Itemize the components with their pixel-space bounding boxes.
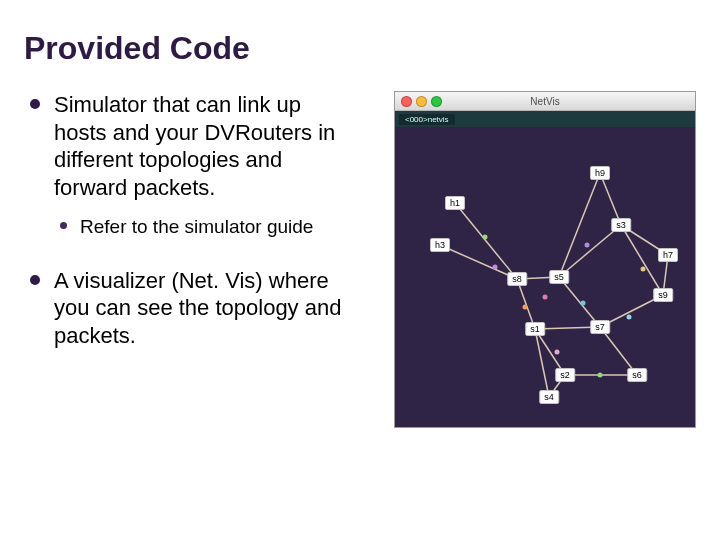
bullet-text-2: A visualizer (Net. Vis) where you can se…: [54, 268, 341, 348]
packet-dot: [555, 350, 560, 355]
image-column: NetVis <000>netvis: [364, 91, 696, 377]
node-s8[interactable]: s8: [507, 272, 527, 286]
node-s1[interactable]: s1: [525, 322, 545, 336]
slide-body: Simulator that can link up hosts and you…: [24, 91, 696, 377]
node-s7[interactable]: s7: [590, 320, 610, 334]
packet-dot: [483, 235, 488, 240]
packet-dot: [493, 265, 498, 270]
packet-dot: [581, 301, 586, 306]
sub-bullet-list: Refer to the simulator guide: [54, 215, 344, 239]
window-minimize-icon[interactable]: [416, 96, 427, 107]
netvis-window: NetVis <000>netvis: [394, 91, 696, 428]
node-s3[interactable]: s3: [611, 218, 631, 232]
text-column: Simulator that can link up hosts and you…: [24, 91, 344, 377]
slide-title: Provided Code: [24, 30, 696, 67]
node-s5[interactable]: s5: [549, 270, 569, 284]
node-h7[interactable]: h7: [658, 248, 678, 262]
window-tabbar: <000>netvis: [395, 111, 695, 127]
window-close-icon[interactable]: [401, 96, 412, 107]
svg-line-10: [621, 225, 663, 295]
sub-bullet-text-1: Refer to the simulator guide: [80, 216, 313, 237]
bullet-item-2: A visualizer (Net. Vis) where you can se…: [24, 267, 344, 350]
node-s6[interactable]: s6: [627, 368, 647, 382]
packet-dot: [627, 315, 632, 320]
svg-line-3: [440, 245, 517, 279]
network-canvas[interactable]: h9 h1 h3 h7 s8 s5 s3 s9 s1 s7 s2 s4 s6: [395, 127, 695, 427]
network-edges: [395, 127, 695, 427]
packet-dot: [523, 305, 528, 310]
slide: Provided Code Simulator that can link up…: [0, 0, 720, 540]
node-h1[interactable]: h1: [445, 196, 465, 210]
packet-dot: [598, 373, 603, 378]
node-s2[interactable]: s2: [555, 368, 575, 382]
node-s4[interactable]: s4: [539, 390, 559, 404]
bullet-list: Simulator that can link up hosts and you…: [24, 91, 344, 349]
sub-bullet-item-1: Refer to the simulator guide: [54, 215, 344, 239]
packet-dot: [585, 243, 590, 248]
node-h9[interactable]: h9: [590, 166, 610, 180]
bullet-text-1: Simulator that can link up hosts and you…: [54, 92, 335, 200]
packet-dot: [641, 267, 646, 272]
node-h3[interactable]: h3: [430, 238, 450, 252]
window-titlebar: NetVis: [395, 92, 695, 111]
window-zoom-icon[interactable]: [431, 96, 442, 107]
svg-line-9: [559, 225, 621, 277]
node-s9[interactable]: s9: [653, 288, 673, 302]
svg-line-0: [559, 173, 600, 277]
bullet-item-1: Simulator that can link up hosts and you…: [24, 91, 344, 239]
svg-line-2: [455, 203, 517, 279]
packet-dot: [543, 295, 548, 300]
window-tab[interactable]: <000>netvis: [399, 114, 455, 125]
